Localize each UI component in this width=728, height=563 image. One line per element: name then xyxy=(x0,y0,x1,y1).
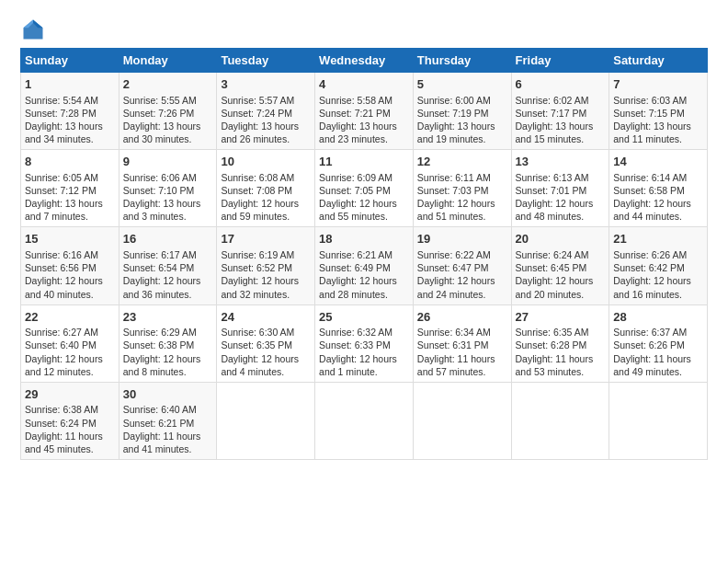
day-number: 5 xyxy=(417,76,507,93)
daylight: Daylight: 11 hours and 57 minutes. xyxy=(417,353,495,377)
day-number: 8 xyxy=(25,154,115,170)
sunset: Sunset: 7:01 PM xyxy=(516,185,587,196)
daylight: Daylight: 11 hours and 53 minutes. xyxy=(516,353,594,377)
sunset: Sunset: 7:05 PM xyxy=(319,185,391,196)
day-number: 2 xyxy=(123,76,213,93)
day-header: Monday xyxy=(119,49,217,73)
header xyxy=(20,17,708,42)
calendar-cell: 2Sunrise: 5:55 AMSunset: 7:26 PMDaylight… xyxy=(119,73,217,150)
calendar-cell: 23Sunrise: 6:29 AMSunset: 6:38 PMDayligh… xyxy=(119,304,217,382)
daylight: Daylight: 12 hours and 48 minutes. xyxy=(516,198,594,222)
day-number: 18 xyxy=(319,231,409,247)
sunset: Sunset: 6:31 PM xyxy=(417,339,489,350)
daylight: Daylight: 13 hours and 11 minutes. xyxy=(613,121,691,144)
calendar-cell: 16Sunrise: 6:17 AMSunset: 6:54 PMDayligh… xyxy=(119,227,217,304)
day-header: Saturday xyxy=(609,49,708,73)
daylight: Daylight: 12 hours and 8 minutes. xyxy=(123,353,201,377)
calendar-cell: 1Sunrise: 5:54 AMSunset: 7:28 PMDaylight… xyxy=(21,73,119,150)
calendar-table: SundayMondayTuesdayWednesdayThursdayFrid… xyxy=(20,48,708,460)
sunrise: Sunrise: 5:57 AM xyxy=(221,95,294,106)
calendar-cell xyxy=(315,382,414,459)
sunset: Sunset: 6:24 PM xyxy=(25,418,97,429)
calendar-cell: 7Sunrise: 6:03 AMSunset: 7:15 PMDaylight… xyxy=(609,73,708,150)
day-number: 17 xyxy=(221,231,311,247)
sunrise: Sunrise: 5:55 AM xyxy=(123,95,197,106)
daylight: Daylight: 12 hours and 44 minutes. xyxy=(613,198,691,222)
sunrise: Sunrise: 6:27 AM xyxy=(25,327,98,338)
calendar-cell: 22Sunrise: 6:27 AMSunset: 6:40 PMDayligh… xyxy=(21,304,119,382)
calendar-cell: 24Sunrise: 6:30 AMSunset: 6:35 PMDayligh… xyxy=(217,304,315,382)
daylight: Daylight: 12 hours and 1 minute. xyxy=(319,353,397,377)
day-number: 22 xyxy=(25,309,115,326)
day-header: Sunday xyxy=(21,49,119,73)
daylight: Daylight: 12 hours and 24 minutes. xyxy=(417,275,495,299)
day-number: 28 xyxy=(613,309,703,326)
sunset: Sunset: 7:19 PM xyxy=(417,108,489,119)
calendar-cell: 26Sunrise: 6:34 AMSunset: 6:31 PMDayligh… xyxy=(413,304,511,382)
sunset: Sunset: 6:58 PM xyxy=(613,185,685,196)
day-number: 25 xyxy=(319,309,409,326)
daylight: Daylight: 12 hours and 59 minutes. xyxy=(221,198,299,222)
day-number: 21 xyxy=(613,231,703,247)
sunrise: Sunrise: 6:09 AM xyxy=(319,172,392,183)
day-number: 26 xyxy=(417,309,507,326)
calendar-cell: 13Sunrise: 6:13 AMSunset: 7:01 PMDayligh… xyxy=(511,150,609,227)
sunset: Sunset: 6:47 PM xyxy=(417,262,489,273)
calendar-cell: 15Sunrise: 6:16 AMSunset: 6:56 PMDayligh… xyxy=(21,227,119,304)
calendar-cell: 3Sunrise: 5:57 AMSunset: 7:24 PMDaylight… xyxy=(217,73,315,150)
sunrise: Sunrise: 6:40 AM xyxy=(123,404,197,415)
calendar-cell: 28Sunrise: 6:37 AMSunset: 6:26 PMDayligh… xyxy=(609,304,708,382)
sunrise: Sunrise: 6:17 AM xyxy=(123,249,197,260)
calendar-cell xyxy=(413,382,511,459)
sunrise: Sunrise: 6:35 AM xyxy=(516,327,589,338)
sunset: Sunset: 7:26 PM xyxy=(123,108,195,119)
sunrise: Sunrise: 6:22 AM xyxy=(417,249,491,260)
sunrise: Sunrise: 6:05 AM xyxy=(25,172,98,183)
daylight: Daylight: 11 hours and 49 minutes. xyxy=(613,353,691,377)
daylight: Daylight: 13 hours and 26 minutes. xyxy=(221,121,299,144)
sunrise: Sunrise: 6:16 AM xyxy=(25,249,98,260)
sunset: Sunset: 7:24 PM xyxy=(221,108,292,119)
sunset: Sunset: 7:15 PM xyxy=(613,108,685,119)
sunrise: Sunrise: 6:34 AM xyxy=(417,327,491,338)
daylight: Daylight: 13 hours and 3 minutes. xyxy=(123,198,201,222)
sunset: Sunset: 6:49 PM xyxy=(319,262,391,273)
sunrise: Sunrise: 6:19 AM xyxy=(221,249,294,260)
day-number: 1 xyxy=(25,76,115,93)
daylight: Daylight: 12 hours and 16 minutes. xyxy=(613,275,691,299)
sunset: Sunset: 6:52 PM xyxy=(221,262,292,273)
day-number: 9 xyxy=(123,154,213,170)
logo xyxy=(20,17,51,42)
sunset: Sunset: 6:45 PM xyxy=(516,262,587,273)
sunset: Sunset: 7:10 PM xyxy=(123,185,195,196)
calendar-cell: 25Sunrise: 6:32 AMSunset: 6:33 PMDayligh… xyxy=(315,304,414,382)
sunrise: Sunrise: 6:32 AM xyxy=(319,327,392,338)
sunset: Sunset: 6:42 PM xyxy=(613,262,685,273)
daylight: Daylight: 13 hours and 30 minutes. xyxy=(123,121,201,144)
calendar-cell: 6Sunrise: 6:02 AMSunset: 7:17 PMDaylight… xyxy=(511,73,609,150)
sunset: Sunset: 6:33 PM xyxy=(319,339,391,350)
calendar-cell: 27Sunrise: 6:35 AMSunset: 6:28 PMDayligh… xyxy=(511,304,609,382)
sunset: Sunset: 7:08 PM xyxy=(221,185,292,196)
daylight: Daylight: 12 hours and 40 minutes. xyxy=(25,275,103,299)
daylight: Daylight: 13 hours and 15 minutes. xyxy=(516,121,594,144)
sunrise: Sunrise: 6:02 AM xyxy=(516,95,589,106)
daylight: Daylight: 12 hours and 32 minutes. xyxy=(221,275,299,299)
daylight: Daylight: 13 hours and 23 minutes. xyxy=(319,121,397,144)
calendar-cell: 8Sunrise: 6:05 AMSunset: 7:12 PMDaylight… xyxy=(21,150,119,227)
calendar-cell: 17Sunrise: 6:19 AMSunset: 6:52 PMDayligh… xyxy=(217,227,315,304)
sunrise: Sunrise: 6:21 AM xyxy=(319,249,392,260)
sunrise: Sunrise: 6:38 AM xyxy=(25,404,98,415)
sunset: Sunset: 7:21 PM xyxy=(319,108,391,119)
sunrise: Sunrise: 6:37 AM xyxy=(613,327,687,338)
sunrise: Sunrise: 5:54 AM xyxy=(25,95,98,106)
calendar-cell xyxy=(609,382,708,459)
calendar-cell: 18Sunrise: 6:21 AMSunset: 6:49 PMDayligh… xyxy=(315,227,414,304)
daylight: Daylight: 12 hours and 36 minutes. xyxy=(123,275,201,299)
sunset: Sunset: 6:54 PM xyxy=(123,262,195,273)
sunrise: Sunrise: 6:03 AM xyxy=(613,95,687,106)
calendar-cell: 5Sunrise: 6:00 AMSunset: 7:19 PMDaylight… xyxy=(413,73,511,150)
sunrise: Sunrise: 6:26 AM xyxy=(613,249,687,260)
day-number: 30 xyxy=(123,386,213,403)
sunset: Sunset: 7:28 PM xyxy=(25,108,97,119)
